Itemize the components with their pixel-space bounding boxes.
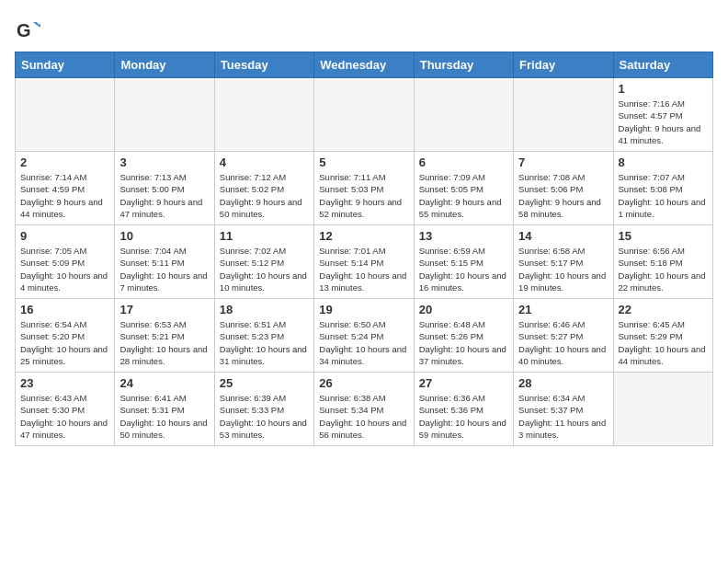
day-number: 5 — [319, 155, 408, 169]
header-monday: Monday — [115, 52, 214, 78]
calendar-week-3: 9Sunrise: 7:05 AM Sunset: 5:09 PM Daylig… — [16, 225, 713, 299]
day-detail: Sunrise: 6:59 AM Sunset: 5:15 PM Dayligh… — [419, 245, 508, 293]
day-detail: Sunrise: 7:09 AM Sunset: 5:05 PM Dayligh… — [419, 171, 508, 220]
day-detail: Sunrise: 6:45 AM Sunset: 5:29 PM Dayligh… — [619, 318, 708, 367]
calendar-cell: 24Sunrise: 6:41 AM Sunset: 5:31 PM Dayli… — [115, 373, 214, 446]
day-detail: Sunrise: 7:01 AM Sunset: 5:14 PM Dayligh… — [319, 245, 408, 293]
day-detail: Sunrise: 7:08 AM Sunset: 5:06 PM Dayligh… — [518, 171, 608, 220]
day-number: 15 — [619, 229, 708, 243]
day-number: 23 — [20, 376, 109, 390]
calendar-cell: 20Sunrise: 6:48 AM Sunset: 5:26 PM Dayli… — [414, 299, 513, 373]
svg-text:G: G — [17, 20, 31, 40]
day-number: 22 — [619, 303, 708, 316]
calendar-cell: 3Sunrise: 7:13 AM Sunset: 5:00 PM Daylig… — [115, 152, 214, 225]
header-thursday: Thursday — [414, 52, 513, 78]
day-detail: Sunrise: 6:34 AM Sunset: 5:37 PM Dayligh… — [518, 392, 608, 441]
calendar-cell — [214, 78, 313, 152]
day-number: 4 — [220, 155, 309, 169]
day-detail: Sunrise: 7:07 AM Sunset: 5:08 PM Dayligh… — [619, 171, 708, 220]
calendar-cell — [16, 78, 115, 152]
calendar-cell: 13Sunrise: 6:59 AM Sunset: 5:15 PM Dayli… — [414, 225, 513, 299]
calendar-week-5: 23Sunrise: 6:43 AM Sunset: 5:30 PM Dayli… — [16, 373, 713, 446]
svg-marker-2 — [35, 24, 40, 28]
calendar-header-row: SundayMondayTuesdayWednesdayThursdayFrid… — [16, 52, 713, 78]
calendar-cell: 26Sunrise: 6:38 AM Sunset: 5:34 PM Dayli… — [314, 373, 414, 446]
calendar-cell: 11Sunrise: 7:02 AM Sunset: 5:12 PM Dayli… — [214, 225, 313, 299]
day-detail: Sunrise: 6:48 AM Sunset: 5:26 PM Dayligh… — [419, 318, 508, 367]
day-detail: Sunrise: 6:53 AM Sunset: 5:21 PM Dayligh… — [119, 318, 209, 367]
day-detail: Sunrise: 7:12 AM Sunset: 5:02 PM Dayligh… — [220, 171, 309, 220]
day-number: 24 — [119, 376, 209, 390]
calendar-cell: 1Sunrise: 7:16 AM Sunset: 4:57 PM Daylig… — [613, 78, 712, 152]
calendar-cell: 15Sunrise: 6:56 AM Sunset: 5:18 PM Dayli… — [613, 225, 712, 299]
calendar-week-1: 1Sunrise: 7:16 AM Sunset: 4:57 PM Daylig… — [16, 78, 713, 152]
calendar-cell: 25Sunrise: 6:39 AM Sunset: 5:33 PM Dayli… — [214, 373, 313, 446]
day-number: 13 — [419, 229, 508, 243]
day-detail: Sunrise: 7:14 AM Sunset: 4:59 PM Dayligh… — [20, 171, 109, 220]
day-number: 20 — [419, 303, 508, 316]
day-detail: Sunrise: 6:43 AM Sunset: 5:30 PM Dayligh… — [20, 392, 109, 441]
day-number: 28 — [518, 376, 608, 390]
calendar-cell: 19Sunrise: 6:50 AM Sunset: 5:24 PM Dayli… — [314, 299, 414, 373]
day-number: 6 — [419, 155, 508, 169]
calendar-cell: 16Sunrise: 6:54 AM Sunset: 5:20 PM Dayli… — [16, 299, 115, 373]
day-number: 8 — [619, 155, 708, 169]
header-wednesday: Wednesday — [314, 52, 414, 78]
calendar-cell: 21Sunrise: 6:46 AM Sunset: 5:27 PM Dayli… — [514, 299, 613, 373]
calendar-cell: 14Sunrise: 6:58 AM Sunset: 5:17 PM Dayli… — [514, 225, 613, 299]
calendar-cell — [414, 78, 513, 152]
day-number: 25 — [220, 376, 309, 390]
day-detail: Sunrise: 6:56 AM Sunset: 5:18 PM Dayligh… — [619, 245, 708, 293]
day-detail: Sunrise: 7:02 AM Sunset: 5:12 PM Dayligh… — [220, 245, 309, 293]
day-detail: Sunrise: 7:13 AM Sunset: 5:00 PM Dayligh… — [119, 171, 209, 220]
day-number: 16 — [20, 303, 109, 316]
day-detail: Sunrise: 6:46 AM Sunset: 5:27 PM Dayligh… — [518, 318, 608, 367]
calendar-cell: 8Sunrise: 7:07 AM Sunset: 5:08 PM Daylig… — [613, 152, 712, 225]
logo-icon: G — [15, 18, 40, 44]
calendar-table: SundayMondayTuesdayWednesdayThursdayFrid… — [15, 52, 713, 446]
calendar-cell: 23Sunrise: 6:43 AM Sunset: 5:30 PM Dayli… — [16, 373, 115, 446]
header-friday: Friday — [514, 52, 613, 78]
calendar-cell: 28Sunrise: 6:34 AM Sunset: 5:37 PM Dayli… — [514, 373, 613, 446]
day-detail: Sunrise: 6:54 AM Sunset: 5:20 PM Dayligh… — [20, 318, 109, 367]
calendar-cell: 2Sunrise: 7:14 AM Sunset: 4:59 PM Daylig… — [16, 152, 115, 225]
calendar-week-4: 16Sunrise: 6:54 AM Sunset: 5:20 PM Dayli… — [16, 299, 713, 373]
day-number: 1 — [619, 82, 708, 96]
calendar-cell — [613, 373, 712, 446]
calendar-cell: 10Sunrise: 7:04 AM Sunset: 5:11 PM Dayli… — [115, 225, 214, 299]
calendar-cell: 22Sunrise: 6:45 AM Sunset: 5:29 PM Dayli… — [613, 299, 712, 373]
day-number: 2 — [20, 155, 109, 169]
calendar-week-2: 2Sunrise: 7:14 AM Sunset: 4:59 PM Daylig… — [16, 152, 713, 225]
day-number: 17 — [119, 303, 209, 316]
day-detail: Sunrise: 7:04 AM Sunset: 5:11 PM Dayligh… — [119, 245, 209, 293]
day-number: 10 — [119, 229, 209, 243]
day-number: 7 — [518, 155, 608, 169]
calendar-cell: 6Sunrise: 7:09 AM Sunset: 5:05 PM Daylig… — [414, 152, 513, 225]
day-number: 26 — [319, 376, 408, 390]
day-detail: Sunrise: 6:41 AM Sunset: 5:31 PM Dayligh… — [119, 392, 209, 441]
calendar-cell: 17Sunrise: 6:53 AM Sunset: 5:21 PM Dayli… — [115, 299, 214, 373]
day-number: 12 — [319, 229, 408, 243]
day-detail: Sunrise: 7:16 AM Sunset: 4:57 PM Dayligh… — [619, 98, 708, 146]
day-number: 14 — [518, 229, 608, 243]
day-detail: Sunrise: 7:11 AM Sunset: 5:03 PM Dayligh… — [319, 171, 408, 220]
day-detail: Sunrise: 6:58 AM Sunset: 5:17 PM Dayligh… — [518, 245, 608, 293]
calendar-cell: 5Sunrise: 7:11 AM Sunset: 5:03 PM Daylig… — [314, 152, 414, 225]
day-detail: Sunrise: 6:51 AM Sunset: 5:23 PM Dayligh… — [220, 318, 309, 367]
calendar-cell: 18Sunrise: 6:51 AM Sunset: 5:23 PM Dayli… — [214, 299, 313, 373]
calendar-cell: 7Sunrise: 7:08 AM Sunset: 5:06 PM Daylig… — [514, 152, 613, 225]
calendar-cell: 4Sunrise: 7:12 AM Sunset: 5:02 PM Daylig… — [214, 152, 313, 225]
day-detail: Sunrise: 6:36 AM Sunset: 5:36 PM Dayligh… — [419, 392, 508, 441]
calendar-cell: 12Sunrise: 7:01 AM Sunset: 5:14 PM Dayli… — [314, 225, 414, 299]
day-detail: Sunrise: 6:39 AM Sunset: 5:33 PM Dayligh… — [220, 392, 309, 441]
day-number: 21 — [518, 303, 608, 316]
day-number: 19 — [319, 303, 408, 316]
calendar-cell — [514, 78, 613, 152]
calendar-cell: 27Sunrise: 6:36 AM Sunset: 5:36 PM Dayli… — [414, 373, 513, 446]
calendar-cell: 9Sunrise: 7:05 AM Sunset: 5:09 PM Daylig… — [16, 225, 115, 299]
header-tuesday: Tuesday — [214, 52, 313, 78]
calendar-cell — [115, 78, 214, 152]
day-number: 27 — [419, 376, 508, 390]
day-number: 3 — [119, 155, 209, 169]
logo: G — [15, 18, 44, 44]
